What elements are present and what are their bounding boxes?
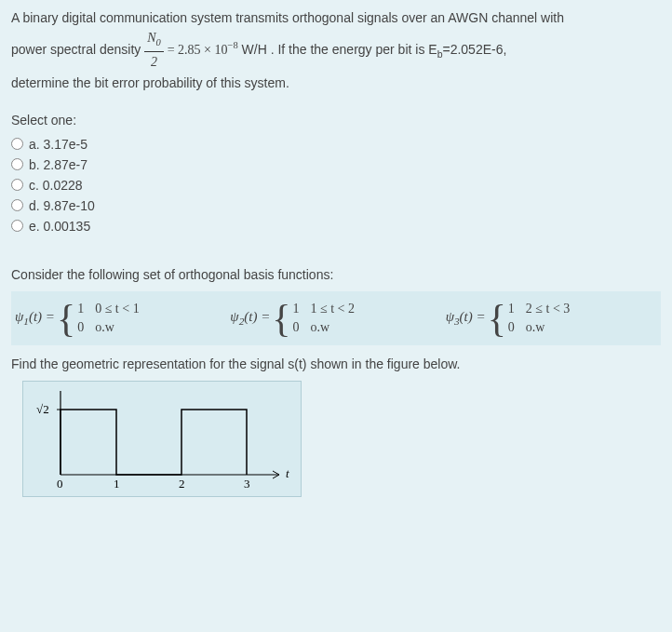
taxis-label: t [286, 466, 289, 480]
psi2-sym: ψ [230, 309, 238, 324]
q2-intro: Consider the following set of orthogonal… [11, 267, 661, 282]
psi2-c1: 1 ≤ t < 2 [310, 302, 354, 316]
psi1-c2: o.w [95, 320, 139, 335]
xtick-1: 1 [114, 477, 120, 491]
frac-den: 2 [144, 52, 164, 73]
xtick-2: 2 [179, 477, 185, 491]
signal-plot-svg: √2 0 1 2 3 t [23, 382, 302, 498]
answer-options: a. 3.17e-5 b. 2.87e-7 c. 0.0228 d. 9.87e… [11, 137, 661, 234]
option-e[interactable]: e. 0.00135 [11, 219, 661, 234]
psi2-c2: o.w [310, 320, 354, 335]
brace-icon: { [488, 299, 506, 338]
question-1-text: A binary digital communication system tr… [11, 7, 661, 94]
option-d-label: d. 9.87e-10 [29, 198, 95, 213]
option-b-label: b. 2.87e-7 [29, 157, 87, 172]
radio-icon[interactable] [11, 138, 23, 150]
basis-functions-row: ψ1(t) = { 10 ≤ t < 1 0o.w ψ2(t) = { 11 ≤… [11, 291, 661, 345]
radio-icon[interactable] [11, 199, 23, 211]
psi1-arg: (t) = [29, 309, 55, 324]
option-c[interactable]: c. 0.0228 [11, 178, 661, 193]
frac-num-sym: N [147, 31, 155, 45]
ylevel-label: √2 [36, 402, 49, 416]
eq-part: = 2.85 × 10 [168, 43, 228, 57]
option-a-label: a. 3.17e-5 [29, 137, 87, 152]
eq-exp: −8 [227, 40, 237, 50]
psi1: ψ1(t) = { 10 ≤ t < 1 0o.w [15, 299, 226, 338]
q1-sentence-c: determine the bit error probability of t… [11, 75, 289, 90]
signal-figure: √2 0 1 2 3 t [22, 381, 302, 497]
frac-num-sub: 0 [156, 37, 161, 47]
question-2: Consider the following set of orthogonal… [0, 260, 672, 504]
psi3-c2: o.w [526, 320, 570, 335]
brace-icon: { [272, 299, 290, 338]
psi2: ψ2(t) = { 11 ≤ t < 2 0o.w [230, 299, 441, 338]
xtick-3: 3 [244, 477, 250, 491]
psi3-v2: 0 [508, 320, 515, 335]
psi2-arg: (t) = [244, 309, 270, 324]
eq-unit: W/H . If the the energy per bit is E [238, 42, 437, 57]
option-a[interactable]: a. 3.17e-5 [11, 137, 661, 152]
psi1-v1: 1 [77, 302, 84, 316]
q1-sentence-a: A binary digital communication system tr… [11, 10, 564, 25]
q2-find-text: Find the geometric representation for th… [11, 356, 661, 371]
fraction-n0-over-2: N0 2 [144, 28, 164, 73]
psi3-sym: ψ [446, 309, 454, 324]
psi3-arg: (t) = [460, 309, 486, 324]
question-1: A binary digital communication system tr… [0, 0, 672, 260]
select-one-label: Select one: [11, 113, 661, 128]
psi1-sym: ψ [15, 309, 23, 324]
psi2-v2: 0 [292, 320, 299, 335]
option-c-label: c. 0.0228 [29, 178, 83, 193]
psi2-v1: 1 [292, 302, 299, 316]
q1-sentence-b: power spectral density [11, 42, 141, 57]
xtick-0: 0 [57, 477, 63, 491]
option-e-label: e. 0.00135 [29, 219, 90, 234]
psi1-v2: 0 [77, 320, 84, 335]
option-b[interactable]: b. 2.87e-7 [11, 157, 661, 172]
radio-icon[interactable] [11, 158, 23, 170]
psi3: ψ3(t) = { 12 ≤ t < 3 0o.w [446, 299, 657, 338]
radio-icon[interactable] [11, 220, 23, 232]
psi3-c1: 2 ≤ t < 3 [526, 302, 570, 316]
brace-icon: { [57, 299, 75, 338]
option-d[interactable]: d. 9.87e-10 [11, 198, 661, 213]
radio-icon[interactable] [11, 179, 23, 191]
psi1-c1: 0 ≤ t < 1 [95, 302, 139, 316]
psi3-v1: 1 [508, 302, 515, 316]
eb-val: =2.052E-6, [442, 42, 506, 57]
